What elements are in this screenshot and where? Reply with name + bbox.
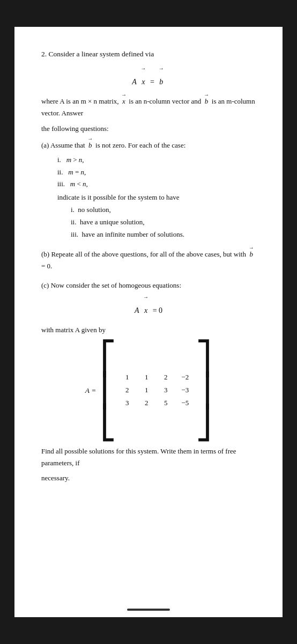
case-i: i. m > n, [57, 155, 256, 166]
m02: 2 [157, 372, 174, 383]
sol-iii: iii. have an infinite number of solution… [71, 229, 256, 240]
with-matrix-text: with matrix A given by [41, 325, 256, 336]
matrix-grid: 1 1 2 −2 2 1 3 −3 3 2 5 −5 [118, 372, 194, 409]
content: 2. Consider a linear system defined via … [41, 48, 256, 484]
eq-b-arrow: b [158, 70, 165, 88]
matrix-container: A = ⎡⎢⎣ 1 1 2 −2 2 1 3 −3 3 2 5 −5 ⎤⎥⎦ [41, 342, 256, 439]
page: 2. Consider a linear system defined via … [14, 27, 283, 617]
m10: 2 [118, 385, 136, 396]
m22: 5 [157, 398, 174, 409]
part-a-label: (a) Assume that b is not zero. For each … [41, 140, 256, 151]
m00: 1 [118, 372, 136, 383]
indicate-text: indicate is it possible for the system t… [57, 192, 256, 203]
m01: 1 [138, 372, 155, 383]
eq2-eq: = 0 [153, 305, 162, 317]
main-equation: A x = b [41, 70, 256, 88]
homogeneous-equation: A x = 0 [41, 298, 256, 317]
matrix-section: with matrix A given by A = ⎡⎢⎣ 1 1 2 −2 … [41, 325, 256, 439]
m21: 2 [138, 398, 155, 409]
problem-header: 2. Consider a linear system defined via [41, 48, 256, 60]
sol-ii: ii. have a unique solution, [71, 217, 256, 228]
eq2-x: x [142, 298, 149, 317]
problem-intro: Consider a linear system defined via [49, 50, 154, 58]
eq-A: A [132, 76, 137, 88]
m03: −2 [176, 372, 194, 383]
where-description: where A is an m × n matrix, x is an n-co… [41, 96, 256, 119]
right-bracket: ⎤⎥⎦ [196, 342, 212, 439]
m12: 3 [157, 385, 174, 396]
m20: 3 [118, 398, 136, 409]
problem-number: 2. [41, 50, 47, 58]
part-c: (c) Now consider the set of homogeous eq… [41, 280, 256, 291]
case-ii: ii. m = n, [57, 167, 256, 178]
eq2-A: A [135, 305, 139, 317]
find-text: Find all possible solutions for this sys… [41, 445, 256, 469]
find-text2: necessary. [41, 472, 256, 484]
part-b: (b) Repeate all of the above questions, … [41, 248, 256, 272]
case-iii: iii. m < n, [57, 179, 256, 190]
m13: −3 [176, 385, 194, 396]
bottom-bar [127, 609, 170, 611]
left-bracket: ⎡⎢⎣ [100, 342, 116, 439]
matrix-label: A = [85, 385, 96, 397]
m11: 1 [138, 385, 155, 396]
m23: −5 [176, 398, 194, 409]
sol-i: i. no solution, [71, 204, 256, 216]
eq-equals: = [150, 76, 154, 88]
eq-x-arrow: x [140, 70, 147, 88]
following-text: the following questions: [41, 123, 256, 135]
